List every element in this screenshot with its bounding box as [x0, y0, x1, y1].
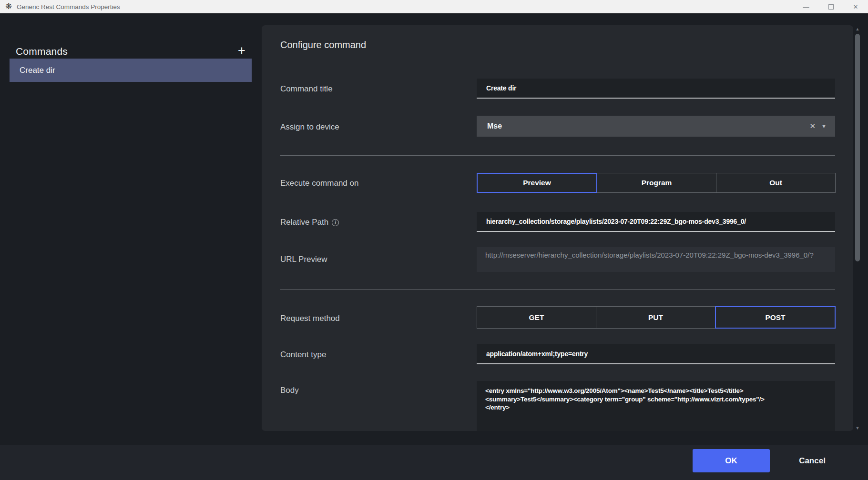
relative-path-input[interactable] [477, 212, 835, 232]
cancel-button[interactable]: Cancel [781, 449, 844, 472]
method-put-button[interactable]: PUT [596, 306, 715, 329]
separator [280, 289, 835, 290]
commands-header: Commands [16, 46, 68, 57]
maximize-icon [828, 4, 834, 10]
command-title-input[interactable] [477, 79, 835, 99]
scroll-down-icon[interactable]: ▼ [855, 425, 860, 431]
request-method-group: GET PUT POST [477, 306, 836, 329]
vertical-scrollbar[interactable]: ▲ ▼ [855, 26, 860, 431]
title-bar: ❋ Generic Rest Commands Properties — ✕ [0, 0, 868, 14]
assign-to-device-label: Assign to device [280, 122, 339, 132]
content-type-label: Content type [280, 350, 326, 360]
separator [280, 155, 835, 156]
maximize-button[interactable] [818, 0, 843, 13]
method-post-button[interactable]: POST [715, 306, 836, 329]
sidebar-item-create-dir[interactable]: Create dir [10, 59, 252, 82]
clear-device-icon[interactable]: ✕ [805, 120, 821, 132]
window-controls: — ✕ [794, 0, 868, 13]
execute-on-out-button[interactable]: Out [716, 173, 836, 193]
chevron-down-icon[interactable]: ▼ [820, 121, 827, 131]
body-textarea[interactable] [477, 381, 835, 431]
url-preview-value: http://mseserver/hierarchy_collection/st… [477, 247, 835, 272]
window-title: Generic Rest Commands Properties [17, 3, 120, 10]
scroll-up-icon[interactable]: ▲ [855, 26, 860, 32]
app-logo-icon: ❋ [4, 2, 13, 11]
close-button[interactable]: ✕ [843, 0, 868, 13]
method-get-button[interactable]: GET [477, 306, 596, 329]
relative-path-label: Relative Path i [280, 218, 339, 227]
add-command-button[interactable]: + [235, 44, 249, 58]
scrollbar-thumb[interactable] [855, 34, 860, 261]
execute-on-preview-button[interactable]: Preview [477, 173, 597, 193]
execute-on-label: Execute command on [280, 179, 358, 188]
relative-path-label-text: Relative Path [280, 218, 328, 227]
dialog-footer: OK Cancel [0, 445, 868, 480]
body-label: Body [280, 386, 299, 395]
minimize-button[interactable]: — [794, 0, 818, 13]
sidebar-item-label: Create dir [20, 66, 55, 75]
content-type-input[interactable] [477, 344, 835, 364]
execute-on-program-button[interactable]: Program [597, 173, 716, 193]
request-method-label: Request method [280, 314, 340, 323]
device-dropdown-value: Mse [487, 122, 502, 130]
url-preview-label: URL Preview [280, 255, 327, 264]
configure-command-panel: Configure command Command title Assign t… [262, 25, 853, 431]
device-dropdown[interactable]: Mse ✕ ▼ [477, 116, 835, 137]
execute-on-group: Preview Program Out [477, 173, 836, 193]
panel-heading: Configure command [280, 40, 366, 50]
info-icon: i [332, 219, 339, 226]
generic-rest-commands-dialog: ❋ Generic Rest Commands Properties — ✕ C… [0, 0, 868, 480]
command-title-label: Command title [280, 84, 333, 94]
ok-button[interactable]: OK [693, 449, 770, 472]
